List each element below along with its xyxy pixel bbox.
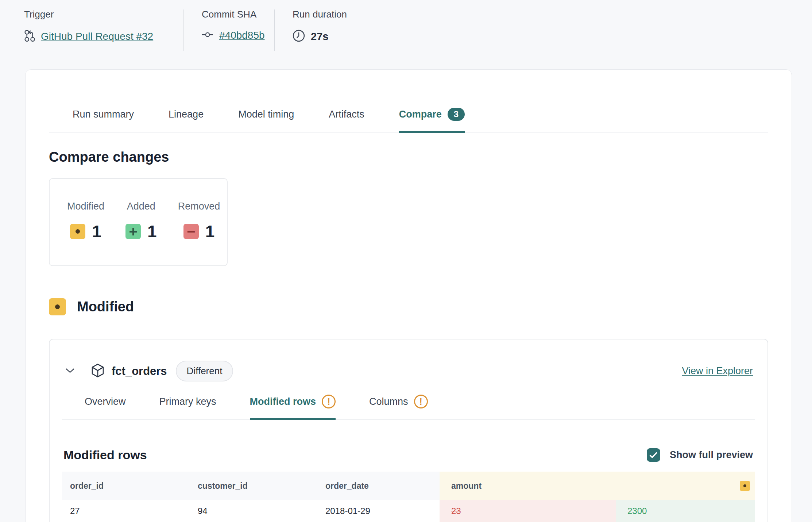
cell-order-id: 27 [62,500,190,522]
show-full-preview-toggle[interactable]: Show full preview [647,448,753,462]
column-header-order-date: order_date [317,472,440,500]
stat-removed: Removed − 1 [178,201,220,241]
package-icon [91,363,104,379]
table-header-row: order_id customer_id order_date amount [62,472,755,500]
table-row: 27 94 2018-01-29 23 2300 [62,500,755,522]
modified-column-icon [740,481,750,491]
stat-added-label: Added [127,201,155,212]
commit-label: Commit SHA [202,9,274,20]
tab-primary-keys[interactable]: Primary keys [159,395,216,420]
tab-modified-rows-label: Modified rows [250,396,316,407]
checkbox-checked-icon[interactable] [647,448,660,462]
compare-count-badge: 3 [448,108,465,121]
cell-order-date: 2018-01-29 [317,500,440,522]
modified-section-header: Modified [49,298,768,315]
stat-modified: Modified 1 [67,201,104,241]
duration-label: Run duration [293,9,347,20]
trigger-section: Trigger GitHub Pull Request #32 [24,9,183,54]
modified-icon [70,224,85,239]
cell-amount-old: 23 [440,500,616,522]
amount-header-label: amount [451,481,482,491]
chevron-down-icon[interactable] [65,367,75,375]
modified-icon [49,298,66,315]
trigger-label: Trigger [24,9,183,20]
tab-columns-label: Columns [369,396,408,407]
duration-section: Run duration 27s [275,9,347,54]
commit-sha-link[interactable]: #40bd85b [219,30,265,41]
column-header-amount: amount [440,472,755,500]
cell-customer-id: 94 [190,500,317,522]
tab-columns[interactable]: Columns ! [369,395,428,420]
commit-icon [202,30,213,41]
warning-circle-icon: ! [322,395,336,408]
view-in-explorer-link[interactable]: View in Explorer [682,365,753,377]
column-header-order-id: order_id [62,472,190,500]
stat-modified-value: 1 [92,222,101,241]
tab-model-timing[interactable]: Model timing [238,108,294,133]
tab-artifacts[interactable]: Artifacts [329,108,364,133]
compare-changes-title: Compare changes [49,149,768,165]
commit-section: Commit SHA #40bd85b [184,9,274,54]
model-diff-card: fct_orders Different View in Explorer Ov… [49,339,768,522]
duration-value: 27s [311,31,328,43]
tab-modified-rows[interactable]: Modified rows ! [250,395,336,420]
removed-icon: − [183,224,199,239]
modified-section-title: Modified [77,299,134,315]
tab-lineage[interactable]: Lineage [169,108,204,133]
tab-run-summary[interactable]: Run summary [73,108,134,133]
stat-removed-label: Removed [178,201,220,212]
modified-rows-table: order_id customer_id order_date amount 2… [62,472,755,522]
trigger-link[interactable]: GitHub Pull Request #32 [41,31,153,42]
stat-modified-label: Modified [67,201,104,212]
modified-rows-title: Modified rows [63,448,147,462]
stat-added: Added + 1 [125,201,157,241]
table-body: 27 94 2018-01-29 23 2300 63 70 2018-03-0… [62,500,755,522]
status-badge: Different [176,361,233,381]
run-tabs: Run summary Lineage Model timing Artifac… [49,108,768,133]
show-full-preview-label: Show full preview [670,449,753,461]
pull-request-icon [24,30,35,43]
stat-removed-value: 1 [205,222,215,241]
column-header-customer-id: customer_id [190,472,317,500]
model-name: fct_orders [112,365,167,378]
added-icon: + [125,224,141,239]
change-summary-card: Modified 1 Added + 1 Removed − 1 [49,178,228,266]
tab-compare-label: Compare [399,109,442,120]
run-detail-card: Run summary Lineage Model timing Artifac… [25,69,792,522]
tab-compare[interactable]: Compare 3 [399,108,465,133]
model-header: fct_orders Different View in Explorer [62,339,755,381]
stat-added-value: 1 [147,222,157,241]
model-tabs: Overview Primary keys Modified rows ! Co… [62,395,755,420]
run-info-header: Trigger GitHub Pull Request #32 Commit S… [0,0,812,54]
modified-rows-header: Modified rows Show full preview [62,448,755,462]
warning-circle-icon: ! [414,395,428,408]
tab-overview[interactable]: Overview [85,395,126,420]
cell-amount-new: 2300 [616,500,755,522]
clock-icon [293,30,305,43]
